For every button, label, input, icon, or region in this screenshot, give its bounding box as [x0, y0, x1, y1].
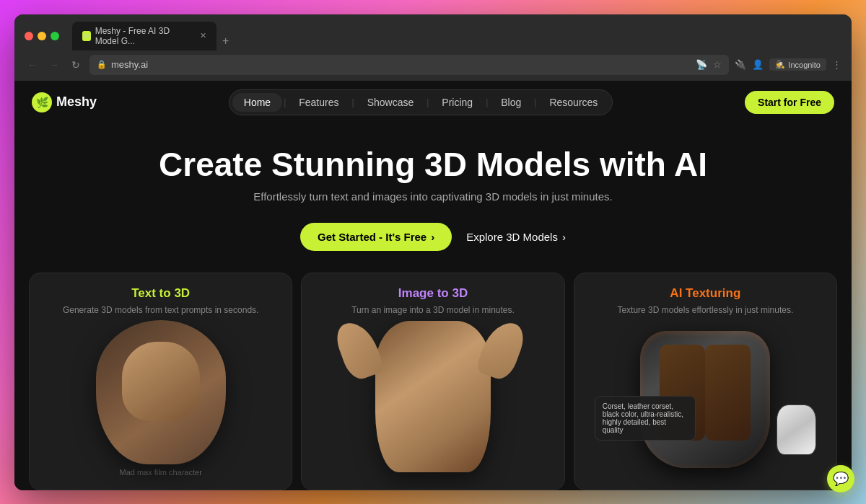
explore-button[interactable]: Explore 3D Models ›: [466, 231, 566, 243]
card-text-to-3d: Text to 3D Generate 3D models from text …: [29, 273, 292, 490]
hero-ctas: Get Started - It's Free › Explore 3D Mod…: [29, 223, 837, 251]
nav-sep-3: |: [427, 97, 429, 107]
explore-arrow-icon: ›: [562, 231, 566, 243]
nav-link-showcase[interactable]: Showcase: [356, 93, 426, 112]
chat-bubble[interactable]: 💬: [827, 465, 852, 490]
mini-model-preview: [777, 404, 816, 455]
incognito-label: Incognito: [788, 61, 821, 69]
site-nav: 🌿 Meshy Home | Features | Showcase | Pri…: [14, 81, 852, 124]
traffic-lights: [25, 32, 59, 40]
start-free-button[interactable]: Start for Free: [745, 91, 834, 114]
hero-subtitle: Effortlessly turn text and images into c…: [29, 190, 837, 203]
title-bar: M Meshy - Free AI 3D Model G... ✕ +: [14, 14, 852, 50]
card-1-title: Text to 3D: [131, 286, 190, 301]
tab-close-icon[interactable]: ✕: [200, 31, 206, 40]
image-to-3d-character: [375, 321, 491, 472]
arrow-icon: ›: [431, 231, 434, 243]
nav-link-pricing[interactable]: Pricing: [430, 93, 484, 112]
nav-links: Home | Features | Showcase | Pricing | B…: [229, 89, 613, 115]
incognito-badge: 🕵 Incognito: [769, 58, 826, 71]
nav-link-features[interactable]: Features: [287, 93, 350, 112]
card-2-image: [315, 322, 551, 470]
bookmark-icon[interactable]: ☆: [713, 59, 722, 70]
browser-chrome: M Meshy - Free AI 3D Model G... ✕ + ← → …: [14, 14, 852, 81]
nav-sep-5: |: [534, 97, 536, 107]
chat-icon: 💬: [833, 471, 849, 487]
maximize-button[interactable]: [51, 32, 59, 40]
logo-icon: 🌿: [32, 92, 52, 112]
browser-window: M Meshy - Free AI 3D Model G... ✕ + ← → …: [14, 14, 852, 490]
address-bar-icons: 📡 ☆: [696, 59, 722, 70]
nav-link-resources[interactable]: Resources: [538, 93, 609, 112]
card-image-to-3d: Image to 3D Turn an image into a 3D mode…: [301, 273, 564, 490]
texture-prompt-tooltip: Corset, leather corset, black color, ult…: [595, 396, 696, 441]
lock-icon: 🔒: [97, 60, 107, 69]
explore-label: Explore 3D Models: [466, 231, 558, 243]
hero-section: Create Stunning 3D Models with AI Effort…: [14, 124, 852, 266]
cast-icon: 📡: [696, 59, 707, 70]
nav-sep-2: |: [352, 97, 354, 107]
card-3-title: AI Texturing: [670, 286, 740, 301]
get-started-label: Get Started - It's Free: [318, 231, 427, 243]
cards-section: Text to 3D Generate 3D models from text …: [14, 265, 852, 490]
browser-actions: 🔌 👤 🕵 Incognito ⋮: [735, 58, 841, 71]
extensions-icon[interactable]: 🔌: [735, 59, 746, 70]
profile-icon[interactable]: 👤: [752, 59, 764, 70]
menu-icon[interactable]: ⋮: [832, 59, 841, 70]
get-started-button[interactable]: Get Started - It's Free ›: [300, 223, 452, 251]
hero-title: Create Stunning 3D Models with AI: [29, 146, 837, 184]
nav-sep-1: |: [284, 97, 286, 107]
logo-text: Meshy: [56, 94, 97, 110]
tab-bar: M Meshy - Free AI 3D Model G... ✕ +: [72, 22, 764, 50]
reload-button[interactable]: ↻: [68, 59, 84, 71]
tab-favicon: M: [82, 31, 91, 41]
tab-title: Meshy - Free AI 3D Model G...: [95, 26, 193, 46]
forward-button[interactable]: →: [46, 59, 62, 71]
card-1-desc: Generate 3D models from text prompts in …: [63, 305, 258, 315]
back-button[interactable]: ←: [25, 59, 40, 71]
nav-link-blog[interactable]: Blog: [489, 93, 533, 112]
website-content: 🌿 Meshy Home | Features | Showcase | Pri…: [14, 81, 852, 490]
url-text: meshy.ai: [111, 59, 691, 70]
card-ai-texturing: AI Texturing Texture 3D models effortles…: [574, 273, 837, 490]
active-tab[interactable]: M Meshy - Free AI 3D Model G... ✕: [72, 22, 216, 50]
nav-link-home[interactable]: Home: [232, 93, 282, 112]
incognito-icon: 🕵: [775, 60, 785, 69]
nav-sep-4: |: [486, 97, 488, 107]
minimize-button[interactable]: [38, 32, 46, 40]
new-tab-button[interactable]: +: [216, 32, 235, 50]
card-3-image: Corset, leather corset, black color, ult…: [587, 322, 823, 476]
address-bar[interactable]: 🔒 meshy.ai 📡 ☆: [89, 55, 729, 75]
close-button[interactable]: [25, 32, 33, 40]
card-2-desc: Turn an image into a 3D model in minutes…: [351, 305, 515, 315]
card-1-image: [43, 322, 279, 461]
card-1-caption: Mad max film character: [120, 468, 202, 477]
card-2-title: Image to 3D: [398, 286, 468, 301]
address-bar-row: ← → ↻ 🔒 meshy.ai 📡 ☆ 🔌 👤 🕵 Incognito ⋮: [14, 50, 852, 81]
logo: 🌿 Meshy: [32, 92, 97, 112]
card-3-desc: Texture 3D models effortlessly in just m…: [617, 305, 793, 315]
text-to-3d-character: [96, 320, 226, 464]
